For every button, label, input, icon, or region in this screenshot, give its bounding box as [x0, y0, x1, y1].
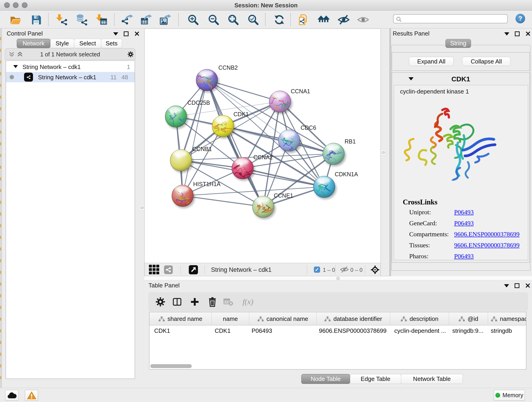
network-collection-row[interactable]: String Network – cdk1 1 [6, 62, 135, 72]
panel-menu-icon[interactable] [504, 32, 509, 36]
crosslink-value-link[interactable]: P06493 [454, 253, 474, 260]
panel-close-icon[interactable]: ✕ [525, 32, 531, 36]
column-header-database-identifier[interactable]: database identifier [317, 312, 390, 325]
question-mark-icon: ? [518, 15, 522, 22]
open-session-button[interactable] [8, 13, 22, 27]
import-network-from-file-button[interactable] [55, 13, 69, 27]
protein-section-header[interactable]: CDK1 [392, 73, 530, 85]
crosslink-value-link[interactable]: 9606.ENSP00000378699 [454, 230, 519, 238]
crosslink-value-link[interactable]: P06493 [454, 209, 474, 216]
network-edge-CCNB2-CCNE1[interactable] [207, 80, 263, 207]
table-panel-tabs: Node TableEdge TableNetwork Table [302, 374, 463, 384]
tab-node-table[interactable]: Node Table [301, 374, 350, 384]
left-splitter-handle[interactable] [140, 205, 144, 211]
import-table-icon [96, 14, 108, 26]
table-cell[interactable]: CDK1 [154, 327, 170, 334]
show-columns-icon[interactable] [172, 297, 182, 307]
panel-float-icon[interactable] [124, 32, 128, 36]
network-node-CCNA2[interactable] [232, 157, 254, 179]
search-box[interactable] [393, 14, 508, 23]
network-edge-count: 48 [121, 74, 128, 81]
help-button[interactable]: ? [515, 14, 525, 23]
column-header-name[interactable]: name [212, 312, 249, 325]
tab-select[interactable]: Select [74, 39, 101, 48]
tab-network[interactable]: Network [17, 39, 51, 48]
collection-expand-icon[interactable] [13, 65, 18, 68]
title-bar: Session: New Session [0, 0, 532, 11]
network-status-dot [10, 75, 14, 79]
expand-all-button[interactable]: Expand All [409, 57, 454, 66]
export-network-button[interactable] [120, 13, 134, 27]
zoom-in-button[interactable] [186, 13, 200, 27]
column-header-description[interactable]: description [390, 312, 449, 325]
panel-close-icon[interactable]: ✕ [134, 32, 140, 36]
cloud-button[interactable] [5, 390, 19, 401]
network-row[interactable]: String Network – cdk1 11 48 [6, 72, 135, 82]
network-node-CCNB1[interactable] [170, 149, 192, 171]
table-cell[interactable]: 9606.ENSP00000378699 [319, 327, 386, 334]
table-options-gear-icon[interactable] [155, 297, 166, 307]
hide-selected-button[interactable] [336, 13, 351, 27]
panel-float-icon[interactable] [515, 32, 520, 36]
splitter-handle-dot[interactable] [140, 206, 144, 209]
table-cell[interactable]: P06493 [252, 327, 272, 334]
column-header-shared-name[interactable]: shared name [149, 312, 212, 325]
tab-style[interactable]: Style [50, 39, 74, 48]
network-options-gear-icon[interactable] [127, 51, 134, 58]
delete-column-icon[interactable] [207, 297, 218, 307]
detach-view-icon[interactable] [189, 265, 198, 274]
table-cell[interactable]: CDK1 [215, 327, 230, 334]
panel-menu-icon[interactable] [113, 32, 118, 36]
column-header-namespace[interactable]: namespace [488, 312, 526, 325]
memory-button[interactable]: Memory [494, 390, 525, 401]
search-input[interactable] [404, 15, 506, 22]
show-all-button[interactable] [356, 13, 370, 27]
import-table-button[interactable] [95, 13, 109, 27]
crosslink-value-link[interactable]: P06493 [454, 220, 474, 227]
crosslink-value-link[interactable]: 9606.ENSP00000378699 [454, 242, 519, 249]
export-table-button[interactable] [139, 13, 153, 27]
zoom-fit-button[interactable] [226, 13, 240, 27]
zoom-selected-button[interactable] [246, 13, 260, 27]
table-cell[interactable]: stringdb [491, 327, 512, 334]
tab-sets[interactable]: Sets [101, 39, 122, 48]
add-column-icon[interactable] [190, 297, 200, 307]
selected-checkbox-icon[interactable]: ✓ [314, 267, 320, 273]
protein-section: CDK1 cyclin-dependent kinase 1 CrossLink… [392, 72, 530, 263]
tab-network-table[interactable]: Network Table [401, 374, 463, 384]
table-cell[interactable]: cyclin-dependent ... [394, 327, 446, 334]
network-canvas[interactable]: CCNB2CCNA1CDC25BCDK1CDC6RB1CCNB1CCNA2CDK… [145, 29, 380, 263]
save-session-button[interactable] [29, 13, 43, 27]
homes-icon [317, 14, 329, 26]
network-node-CDKN1A[interactable] [313, 176, 335, 201]
crosshair-icon[interactable] [371, 266, 379, 274]
tab-string[interactable]: String [445, 39, 471, 48]
column-header-canonical-name[interactable]: canonical name [249, 312, 317, 325]
table-cell[interactable]: stringdb:9... [452, 327, 483, 334]
splitter-handle-dot[interactable] [382, 151, 385, 154]
first-neighbors-button[interactable] [317, 13, 331, 27]
copy-network-button[interactable] [296, 13, 310, 27]
protein-details: cyclin-dependent kinase 1 CrossLinks Uni… [394, 85, 528, 260]
import-network-from-database-button[interactable] [75, 13, 89, 27]
results-panel-body: Expand All Collapse All CDK1 cyclin-depe… [391, 45, 530, 271]
panel-float-icon[interactable] [515, 283, 519, 288]
export-image-button[interactable] [158, 13, 172, 27]
splitter-handle-dot[interactable] [336, 277, 340, 280]
zoom-selected-icon [247, 14, 259, 26]
birds-eye-view-icon[interactable] [149, 265, 159, 275]
panel-menu-icon[interactable] [504, 284, 509, 287]
tab-edge-table[interactable]: Edge Table [350, 374, 401, 384]
horizontal-scrollbar-thumb[interactable] [150, 364, 192, 368]
horizontal-splitter[interactable] [144, 276, 532, 280]
eye-gray-icon [357, 14, 369, 26]
column-header-@id[interactable]: @id [449, 312, 488, 325]
zoom-out-button[interactable] [206, 13, 221, 27]
collapse-all-button[interactable]: Collapse All [462, 57, 510, 66]
warnings-button[interactable] [25, 390, 38, 401]
apply-layout-button[interactable] [272, 13, 286, 27]
results-panel-title: Results Panel [393, 30, 429, 37]
panel-close-icon[interactable]: ✕ [525, 283, 531, 288]
network-label: String Network – cdk1 [38, 74, 96, 81]
right-splitter-handle[interactable] [381, 150, 385, 155]
